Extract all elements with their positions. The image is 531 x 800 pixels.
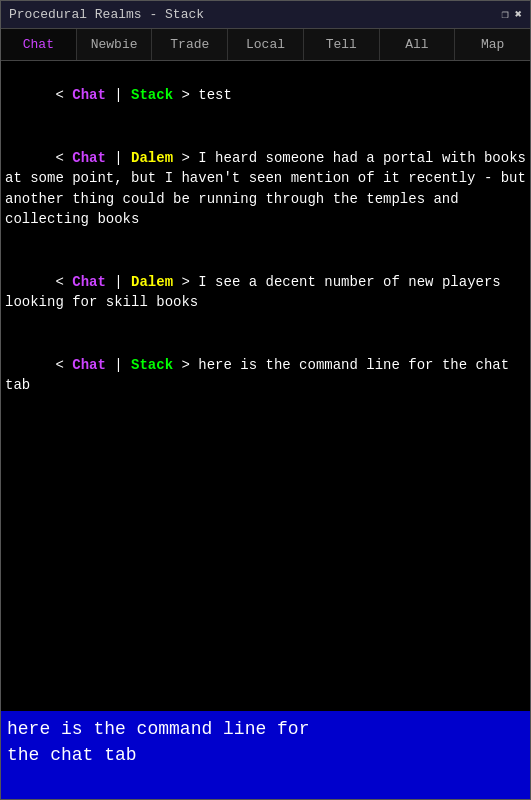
close-icon[interactable]: ✖ xyxy=(515,7,522,22)
tab-map[interactable]: Map xyxy=(455,29,530,60)
tab-tell[interactable]: Tell xyxy=(304,29,380,60)
tab-chat[interactable]: Chat xyxy=(1,29,77,60)
chat-message: < Chat | Dalem > I see a decent number o… xyxy=(5,252,526,333)
chat-message: < Chat | Stack > test xyxy=(5,65,526,126)
chat-message: < Chat | Stack > here is the command lin… xyxy=(5,335,526,416)
app-window: Procedural Realms - Stack ❐ ✖ Chat Newbi… xyxy=(0,0,531,800)
tab-all[interactable]: All xyxy=(380,29,456,60)
chat-input[interactable]: here is the command line for the chat ta… xyxy=(7,717,524,793)
chat-area: < Chat | Stack > test < Chat | Dalem > I… xyxy=(1,61,530,711)
chat-message: < Chat | Dalem > I heard someone had a p… xyxy=(5,128,526,250)
tab-bar: Chat Newbie Trade Local Tell All Map xyxy=(1,29,530,61)
title-bar: Procedural Realms - Stack ❐ ✖ xyxy=(1,1,530,29)
tab-local[interactable]: Local xyxy=(228,29,304,60)
title-icons: ❐ ✖ xyxy=(502,7,522,22)
tab-trade[interactable]: Trade xyxy=(152,29,228,60)
resize-icon[interactable]: ❐ xyxy=(502,7,509,22)
input-area: here is the command line for the chat ta… xyxy=(1,711,530,799)
window-title: Procedural Realms - Stack xyxy=(9,7,204,22)
tab-newbie[interactable]: Newbie xyxy=(77,29,153,60)
